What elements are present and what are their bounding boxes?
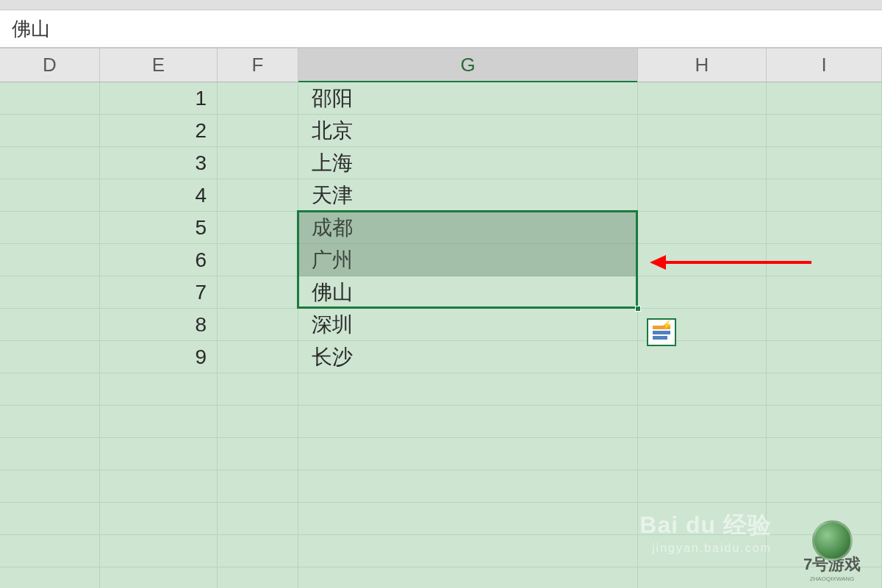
cell-i-5[interactable] — [767, 212, 882, 244]
cell-i-11[interactable] — [767, 406, 882, 438]
cell-h-16[interactable] — [638, 567, 767, 588]
cell-i-8[interactable] — [767, 309, 882, 341]
cell-f-16[interactable] — [218, 567, 298, 588]
cell-g-2[interactable]: 北京 — [298, 115, 638, 147]
cell-d-15[interactable] — [0, 535, 100, 567]
watermark-baidu: Bai du 经验 jingyan.baidu.com — [639, 509, 772, 555]
cell-e-11[interactable] — [100, 406, 218, 438]
cell-e-12[interactable] — [100, 438, 218, 470]
cell-i-1[interactable] — [767, 82, 882, 115]
cell-f-2[interactable] — [218, 115, 298, 147]
cell-f-5[interactable] — [218, 212, 298, 244]
col-header-h[interactable]: H — [638, 49, 767, 82]
cell-f-3[interactable] — [218, 147, 298, 179]
cell-e-16[interactable] — [100, 567, 218, 588]
col-header-d[interactable]: D — [0, 49, 100, 82]
cell-h-2[interactable] — [638, 115, 767, 147]
cell-i-3[interactable] — [767, 147, 882, 179]
cell-e-4[interactable]: 4 — [100, 179, 218, 212]
cell-g-9[interactable]: 长沙 — [298, 341, 638, 373]
cell-d-5[interactable] — [0, 212, 100, 244]
cell-d-7[interactable] — [0, 276, 100, 309]
cell-e-3[interactable]: 3 — [100, 147, 218, 179]
grid-row — [0, 373, 882, 406]
cell-f-7[interactable] — [218, 276, 298, 309]
cell-d-4[interactable] — [0, 179, 100, 212]
cell-f-10[interactable] — [218, 373, 298, 406]
cell-e-7[interactable]: 7 — [100, 276, 218, 309]
cell-i-7[interactable] — [767, 276, 882, 309]
cell-i-9[interactable] — [767, 341, 882, 373]
cell-d-9[interactable] — [0, 341, 100, 373]
cell-f-8[interactable] — [218, 309, 298, 341]
cell-i-13[interactable] — [767, 470, 882, 503]
cell-g-13[interactable] — [298, 470, 638, 503]
cell-i-2[interactable] — [767, 115, 882, 147]
cell-g-5[interactable]: 成都 — [298, 212, 638, 244]
cell-d-6[interactable] — [0, 244, 100, 276]
cell-g-14[interactable] — [298, 503, 638, 535]
cell-d-14[interactable] — [0, 503, 100, 535]
cell-g-8[interactable]: 深圳 — [298, 309, 638, 341]
cell-d-12[interactable] — [0, 438, 100, 470]
cell-f-6[interactable] — [218, 244, 298, 276]
cell-e-5[interactable]: 5 — [100, 212, 218, 244]
cell-d-8[interactable] — [0, 309, 100, 341]
cell-e-15[interactable] — [100, 535, 218, 567]
cell-g-16[interactable] — [298, 567, 638, 588]
fill-handle[interactable] — [635, 306, 641, 312]
cell-h-12[interactable] — [638, 438, 767, 470]
cell-d-16[interactable] — [0, 567, 100, 588]
cell-f-9[interactable] — [218, 341, 298, 373]
cell-d-11[interactable] — [0, 406, 100, 438]
spreadsheet: D E F G H I 1邵阳2北京3上海4天津5成都6广州7佛山8深圳9长沙 … — [0, 49, 882, 588]
cell-f-11[interactable] — [218, 406, 298, 438]
cell-f-13[interactable] — [218, 470, 298, 503]
cell-g-3[interactable]: 上海 — [298, 147, 638, 179]
cell-h-13[interactable] — [638, 470, 767, 503]
cell-e-9[interactable]: 9 — [100, 341, 218, 373]
col-header-e[interactable]: E — [100, 49, 218, 82]
cell-e-14[interactable] — [100, 503, 218, 535]
cell-f-12[interactable] — [218, 438, 298, 470]
cell-d-2[interactable] — [0, 115, 100, 147]
cell-g-10[interactable] — [298, 373, 638, 406]
cell-f-14[interactable] — [218, 503, 298, 535]
col-header-f[interactable]: F — [218, 49, 298, 82]
cell-g-1[interactable]: 邵阳 — [298, 82, 638, 115]
cell-i-6[interactable] — [767, 244, 882, 276]
cell-d-13[interactable] — [0, 470, 100, 503]
cell-e-13[interactable] — [100, 470, 218, 503]
cell-g-15[interactable] — [298, 535, 638, 567]
formula-bar[interactable]: 佛山 — [0, 10, 882, 49]
col-header-i[interactable]: I — [767, 49, 882, 82]
cell-h-10[interactable] — [638, 373, 767, 406]
cell-h-11[interactable] — [638, 406, 767, 438]
cell-g-4[interactable]: 天津 — [298, 179, 638, 212]
cell-g-6[interactable]: 广州 — [298, 244, 638, 276]
paste-options-icon[interactable]: ⚡ — [647, 318, 676, 346]
cell-e-2[interactable]: 2 — [100, 115, 218, 147]
cell-d-10[interactable] — [0, 373, 100, 406]
cell-e-8[interactable]: 8 — [100, 309, 218, 341]
cell-d-1[interactable] — [0, 82, 100, 115]
cell-f-4[interactable] — [218, 179, 298, 212]
cell-h-7[interactable] — [638, 276, 767, 309]
col-header-g[interactable]: G — [298, 49, 638, 82]
cell-g-11[interactable] — [298, 406, 638, 438]
cell-f-1[interactable] — [218, 82, 298, 115]
cell-g-7[interactable]: 佛山 — [298, 276, 638, 309]
cell-d-3[interactable] — [0, 147, 100, 179]
cell-g-12[interactable] — [298, 438, 638, 470]
cell-h-5[interactable] — [638, 212, 767, 244]
cell-f-15[interactable] — [218, 535, 298, 567]
cell-h-1[interactable] — [638, 82, 767, 115]
cell-i-4[interactable] — [767, 179, 882, 212]
cell-h-3[interactable] — [638, 147, 767, 179]
cell-h-4[interactable] — [638, 179, 767, 212]
cell-i-12[interactable] — [767, 438, 882, 470]
cell-e-1[interactable]: 1 — [100, 82, 218, 115]
cell-e-6[interactable]: 6 — [100, 244, 218, 276]
cell-i-10[interactable] — [767, 373, 882, 406]
cell-e-10[interactable] — [100, 373, 218, 406]
